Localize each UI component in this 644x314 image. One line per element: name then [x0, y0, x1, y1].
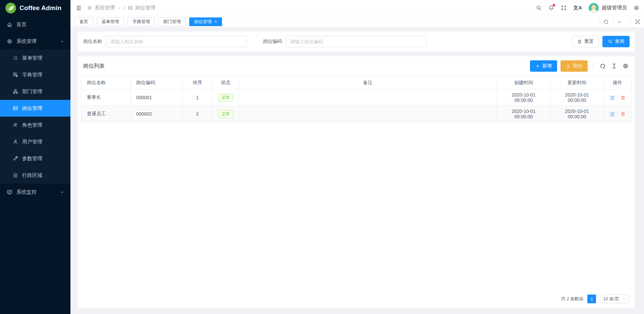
- user-icon: [13, 139, 18, 144]
- content-fullscreen-icon[interactable]: [631, 16, 644, 27]
- col-header-remark: 备注: [239, 76, 497, 89]
- monitor-icon: [7, 189, 12, 195]
- add-button[interactable]: 新增: [530, 60, 557, 72]
- sidebar-item-label: 部门管理: [22, 88, 64, 95]
- delete-icon[interactable]: [621, 112, 626, 117]
- cell-created: 2020-10-01 00:00:00: [497, 106, 550, 122]
- table-row: 董事长 000001 1 正常 2020-10-01 00:00:00 2020…: [82, 89, 632, 106]
- cell-updated: 2020-10-01 00:00:00: [550, 106, 604, 122]
- search-actions: 重置 查询: [572, 36, 630, 47]
- sidebar-item-label: 角色管理: [22, 122, 64, 128]
- notification-dot: [553, 4, 555, 6]
- sidebar-submenu-system: 菜单管理 字典管理 部门管理 岗位管理 角色管理: [0, 50, 70, 184]
- cell-remark: [239, 106, 497, 122]
- tab-post-mgmt[interactable]: 岗位管理 ×: [189, 17, 222, 26]
- card-header: 岗位列表 新增 导出: [78, 56, 635, 76]
- col-header-post-code: 岗位编码: [131, 76, 182, 89]
- refresh-icon[interactable]: [599, 16, 612, 27]
- sidebar-item-region[interactable]: 行政区域: [0, 167, 70, 184]
- sidebar-item-system[interactable]: 系统管理: [0, 33, 70, 50]
- edit-icon[interactable]: [610, 95, 615, 100]
- query-button[interactable]: 查询: [602, 36, 630, 47]
- post-name-form-item: 岗位名称: [83, 36, 247, 47]
- org-tree-icon: [13, 89, 18, 94]
- refresh-icon[interactable]: [599, 63, 607, 69]
- page-size-select[interactable]: 10 条/页: [600, 295, 629, 303]
- search-icon: [608, 39, 612, 44]
- sidebar-item-dict-mgmt[interactable]: 字典管理: [0, 66, 70, 83]
- post-name-input[interactable]: [106, 36, 247, 47]
- tab-label: 首页: [79, 19, 88, 25]
- gear-icon: [87, 5, 92, 10]
- column-settings-gear-icon[interactable]: [622, 63, 630, 69]
- pagination-page-1[interactable]: 1: [587, 295, 596, 303]
- language-switch-icon[interactable]: 文A: [573, 5, 582, 11]
- sidebar-item-param-mgmt[interactable]: 参数管理: [0, 150, 70, 167]
- wrench-icon: [13, 156, 18, 161]
- tab-label: 岗位管理: [194, 19, 212, 25]
- chevron-down-icon: [622, 297, 626, 301]
- sidebar-item-label: 系统监控: [16, 189, 56, 195]
- post-code-input[interactable]: [286, 36, 427, 47]
- sidebar-item-dept-mgmt[interactable]: 部门管理: [0, 83, 70, 100]
- col-header-created: 创建时间: [497, 76, 550, 89]
- tab-label: 字典管理: [132, 19, 150, 25]
- sidebar-item-monitor[interactable]: 系统监控: [0, 184, 70, 200]
- breadcrumb-label: 岗位管理: [135, 5, 155, 11]
- list-icon: [13, 55, 18, 61]
- trash-icon: [577, 39, 582, 44]
- fullscreen-icon[interactable]: [561, 5, 567, 11]
- search-icon[interactable]: [536, 5, 542, 11]
- app-logo[interactable]: Coffee Admin: [0, 0, 70, 16]
- notification-bell-icon[interactable]: [548, 5, 554, 11]
- sidebar-item-home[interactable]: 首页: [0, 16, 70, 33]
- main-area: 系统管理 / 岗位管理 文A 超级管理员: [70, 0, 644, 314]
- sidebar-item-label: 行政区域: [22, 172, 64, 179]
- table-row: 普通员工 000002 2 正常 2020-10-01 00:00:00 202…: [82, 106, 632, 122]
- sidebar-item-label: 菜单管理: [22, 55, 64, 61]
- chevron-down-icon: [60, 190, 64, 194]
- cell-post-code: 000002: [131, 106, 182, 122]
- plus-icon: [535, 64, 540, 68]
- tab-home[interactable]: 首页: [74, 17, 93, 26]
- breadcrumb: 系统管理 / 岗位管理: [87, 5, 155, 11]
- sidebar-item-user-mgmt[interactable]: 用户管理: [0, 133, 70, 150]
- tab-menu-mgmt[interactable]: 菜单管理: [97, 17, 124, 26]
- close-icon[interactable]: ×: [214, 19, 217, 24]
- navbar-actions: 文A 超级管理员: [536, 3, 639, 13]
- breadcrumb-item-post: 岗位管理: [128, 5, 155, 11]
- tab-dept-mgmt[interactable]: 部门管理: [158, 17, 186, 26]
- sidebar-fold-icon[interactable]: [76, 5, 82, 11]
- sidebar-item-label: 字典管理: [22, 72, 64, 78]
- home-icon: [7, 22, 12, 27]
- chevron-down-icon[interactable]: [612, 16, 626, 27]
- sidebar-item-post-mgmt[interactable]: 岗位管理: [0, 100, 70, 117]
- download-icon: [566, 64, 571, 68]
- search-form-card: 岗位名称 岗位编码 重置 查询: [78, 32, 635, 52]
- cell-post-name: 董事长: [82, 89, 131, 106]
- sidebar-item-menu-mgmt[interactable]: 菜单管理: [0, 50, 70, 66]
- edit-icon[interactable]: [610, 112, 615, 117]
- post-name-label: 岗位名称: [83, 39, 102, 45]
- export-button[interactable]: 导出: [560, 60, 588, 72]
- username: 超级管理员: [602, 5, 627, 11]
- sidebar: Coffee Admin 首页 系统管理 菜单管理 字典管理: [0, 0, 70, 314]
- tab-dict-mgmt[interactable]: 字典管理: [127, 17, 155, 26]
- user-menu[interactable]: 超级管理员: [589, 3, 627, 13]
- sidebar-item-role-mgmt[interactable]: 角色管理: [0, 117, 70, 133]
- dictionary-icon: [13, 72, 18, 77]
- pagination-total: 共 2 条数据: [561, 296, 583, 302]
- breadcrumb-item-system[interactable]: 系统管理: [87, 5, 121, 11]
- cell-actions: [604, 89, 632, 106]
- chevron-up-icon: [60, 39, 64, 44]
- settings-gear-icon[interactable]: [634, 5, 639, 11]
- card-title: 岗位列表: [83, 63, 105, 70]
- cell-sort: 1: [182, 89, 213, 106]
- row-height-icon[interactable]: [610, 63, 618, 69]
- delete-icon[interactable]: [621, 95, 626, 100]
- cell-status: 正常: [213, 89, 239, 106]
- export-button-label: 导出: [573, 63, 582, 69]
- cell-status: 正常: [213, 106, 239, 122]
- reset-button[interactable]: 重置: [572, 36, 599, 47]
- gear-icon: [7, 39, 12, 44]
